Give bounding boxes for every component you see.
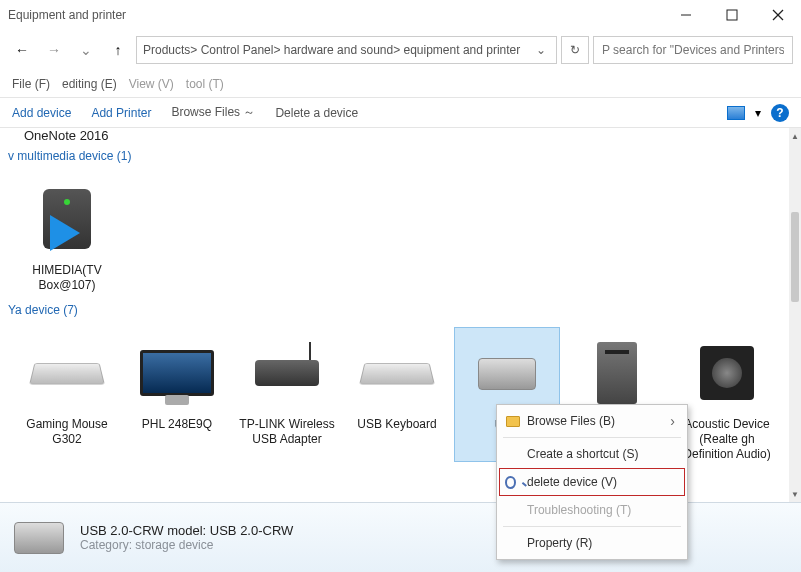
router-icon bbox=[255, 360, 319, 386]
folder-icon bbox=[505, 413, 521, 429]
device-item[interactable]: USB Keyboard bbox=[344, 327, 450, 462]
ctx-separator bbox=[503, 437, 681, 438]
status-device-icon bbox=[14, 520, 64, 556]
device-label: USB Keyboard bbox=[344, 417, 450, 432]
svg-line-3 bbox=[773, 10, 783, 20]
address-dropdown-icon[interactable]: ⌄ bbox=[532, 43, 550, 57]
view-mode-button[interactable] bbox=[727, 106, 745, 120]
context-menu: Browse Files (B) Create a shortcut (S) d… bbox=[496, 404, 688, 560]
forward-button[interactable]: → bbox=[40, 36, 68, 64]
breadcrumb: Products> Control Panel> hardware and so… bbox=[143, 43, 520, 57]
device-himedia[interactable]: HIMEDIA(TV Box@107) bbox=[14, 173, 120, 293]
ctx-separator bbox=[503, 526, 681, 527]
ctx-create-shortcut[interactable]: Create a shortcut (S) bbox=[499, 440, 685, 468]
device-item[interactable]: TP-LINK Wireless USB Adapter bbox=[234, 327, 340, 462]
device-label: Acoustic Device (Realte gh Definition Au… bbox=[674, 417, 780, 462]
device-label: TP-LINK Wireless USB Adapter bbox=[234, 417, 340, 447]
menu-edit[interactable]: editing (E) bbox=[58, 77, 121, 91]
mon-icon bbox=[140, 350, 214, 396]
svg-line-2 bbox=[773, 10, 783, 20]
magnifier-icon bbox=[505, 474, 521, 490]
minimize-button[interactable] bbox=[663, 0, 709, 30]
add-device-button[interactable]: Add device bbox=[12, 106, 71, 120]
menu-view[interactable]: View (V) bbox=[125, 77, 178, 91]
menu-file[interactable]: File (F) bbox=[8, 77, 54, 91]
maximize-button[interactable] bbox=[709, 0, 755, 30]
command-toolbar: Add device Add Printer Browse Files ～ De… bbox=[0, 98, 801, 128]
refresh-button[interactable]: ↻ bbox=[561, 36, 589, 64]
scroll-up-button[interactable]: ▲ bbox=[789, 128, 801, 144]
help-button[interactable]: ? bbox=[771, 104, 789, 122]
extdrive-icon bbox=[478, 358, 536, 390]
close-button[interactable] bbox=[755, 0, 801, 30]
menu-tool[interactable]: tool (T) bbox=[182, 77, 228, 91]
device-item[interactable]: Acoustic Device (Realte gh Definition Au… bbox=[674, 327, 780, 462]
search-input[interactable] bbox=[593, 36, 793, 64]
back-button[interactable]: ← bbox=[8, 36, 36, 64]
menu-bar: File (F) editing (E) View (V) tool (T) bbox=[0, 70, 801, 98]
ctx-delete-device[interactable]: delete device (V) bbox=[499, 468, 685, 496]
scroll-down-button[interactable]: ▼ bbox=[789, 486, 801, 502]
address-bar[interactable]: Products> Control Panel> hardware and so… bbox=[136, 36, 557, 64]
add-printer-button[interactable]: Add Printer bbox=[91, 106, 151, 120]
kb-icon bbox=[359, 363, 435, 385]
device-label: HIMEDIA(TV Box@107) bbox=[14, 263, 120, 293]
ctx-browse-files[interactable]: Browse Files (B) bbox=[499, 407, 685, 435]
list-item[interactable]: OneNote 2016 bbox=[0, 128, 789, 143]
scroll-thumb[interactable] bbox=[791, 212, 799, 302]
device-item[interactable]: Gaming Mouse G302 bbox=[14, 327, 120, 462]
device-label: PHL 248E9Q bbox=[124, 417, 230, 432]
up-button[interactable]: ↑ bbox=[104, 36, 132, 64]
device-item[interactable]: PHL 248E9Q bbox=[124, 327, 230, 462]
svg-rect-1 bbox=[727, 10, 737, 20]
nav-bar: ← → ⌄ ↑ Products> Control Panel> hardwar… bbox=[0, 30, 801, 70]
delete-device-button[interactable]: Delete a device bbox=[275, 106, 358, 120]
window-controls bbox=[663, 0, 801, 30]
recent-dropdown[interactable]: ⌄ bbox=[72, 36, 100, 64]
kb-icon bbox=[29, 363, 105, 385]
status-line-1: USB 2.0-CRW model: USB 2.0-CRW bbox=[80, 523, 293, 538]
speaker-icon bbox=[700, 346, 754, 400]
ctx-property[interactable]: Property (R) bbox=[499, 529, 685, 557]
category-multimedia[interactable]: v multimedia device (1) bbox=[0, 143, 789, 169]
ctx-troubleshoot[interactable]: Troubleshooting (T) bbox=[499, 496, 685, 524]
browse-files-button[interactable]: Browse Files ～ bbox=[171, 104, 255, 121]
play-overlay-icon bbox=[50, 215, 80, 251]
device-label: Gaming Mouse G302 bbox=[14, 417, 120, 447]
vertical-scrollbar[interactable]: ▲ ▼ bbox=[789, 128, 801, 502]
view-mode-dropdown[interactable]: ▾ bbox=[755, 106, 761, 120]
scroll-track[interactable] bbox=[789, 144, 801, 486]
status-line-2: Category: storage device bbox=[80, 538, 293, 552]
window-titlebar: Equipment and printer bbox=[0, 0, 801, 30]
window-title: Equipment and printer bbox=[8, 8, 663, 22]
category-ya-device[interactable]: Ya device (7) bbox=[0, 297, 789, 323]
tower-icon bbox=[597, 342, 637, 404]
